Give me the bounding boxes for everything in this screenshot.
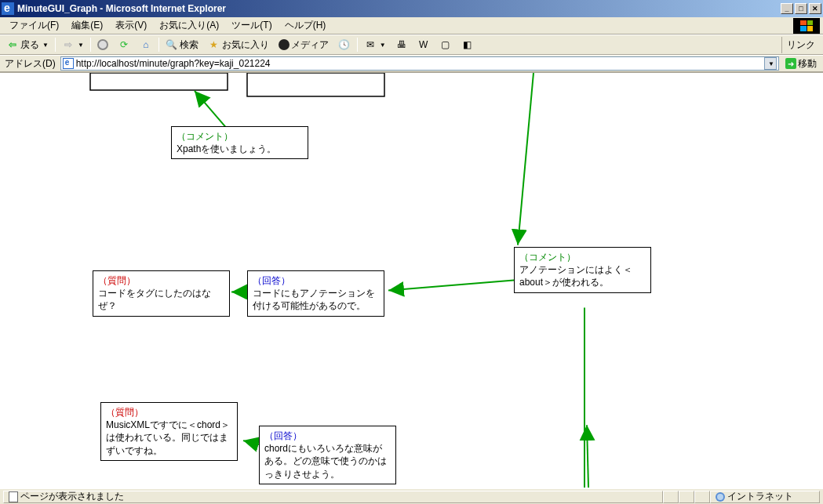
node-tag: （質問） [98, 274, 224, 287]
print-button[interactable]: 🖶 [392, 37, 411, 53]
status-message-panel: ページが表示されました [3, 491, 663, 503]
page-content: （コメント） Xpathを使いましょう。 （コメント） アノテーションにはよく＜… [0, 72, 823, 488]
status-bar: ページが表示されました イントラネット [0, 488, 823, 504]
forward-arrow-icon: ⇨ [62, 38, 75, 51]
messenger-icon: ◧ [461, 38, 474, 51]
svg-rect-1 [247, 73, 384, 96]
menu-file[interactable]: ファイル(F) [3, 17, 65, 34]
close-button[interactable]: ✕ [809, 3, 821, 14]
svg-line-7 [587, 425, 588, 488]
page-icon [63, 58, 74, 69]
mail-icon: ✉ [364, 38, 377, 51]
address-label: アドレス(D) [3, 57, 57, 71]
window-buttons: _ □ ✕ [781, 3, 821, 14]
node-tag: （回答） [253, 274, 379, 287]
home-icon: ⌂ [140, 38, 152, 51]
window-title: MinuteGUI_Graph - Microsoft Internet Exp… [17, 3, 781, 14]
status-blank-2 [679, 491, 694, 503]
messenger-button[interactable]: ◧ [458, 37, 477, 53]
status-message: ページが表示されました [20, 490, 124, 503]
status-blank-1 [663, 491, 679, 503]
node-text: コードをタグにしたのはなぜ？ [98, 287, 224, 312]
graph-node-question-musicxml[interactable]: （質問） MusicXMLですでに＜chord＞は使われている。同じではまずいで… [100, 402, 238, 461]
print-icon: 🖶 [395, 38, 408, 51]
mail-button[interactable]: ✉▼ [361, 37, 389, 53]
history-icon: 🕓 [338, 38, 351, 51]
media-button[interactable]: メディア [275, 37, 332, 53]
menu-tools[interactable]: ツール(T) [225, 17, 278, 34]
search-label: 検索 [180, 38, 198, 52]
go-button[interactable]: ➜ 移動 [782, 57, 820, 71]
toolbar: ⇦ 戻る ▼ ⇨ ▼ ⟳ ⌂ 🔍 検索 ★ お気に入り メディア 🕓 ✉▼ 🖶 … [0, 34, 823, 55]
search-button[interactable]: 🔍 検索 [162, 37, 202, 53]
refresh-button[interactable]: ⟳ [115, 37, 133, 53]
zone-icon [716, 492, 725, 502]
address-field-wrap: ▼ [60, 56, 779, 71]
node-tag: （コメント） [519, 251, 646, 263]
search-icon: 🔍 [166, 38, 178, 51]
history-button[interactable]: 🕓 [335, 37, 354, 53]
graph-node-answer-annotation[interactable]: （回答） コードにもアノテーションを付ける可能性があるので。 [247, 270, 384, 317]
forward-button[interactable]: ⇨ ▼ [59, 37, 87, 53]
windows-logo-icon [793, 18, 820, 34]
edit-icon: W [417, 38, 430, 51]
discuss-icon: ▢ [439, 38, 452, 51]
svg-rect-0 [90, 73, 228, 90]
graph-node-question-codetag[interactable]: （質問） コードをタグにしたのはなぜ？ [93, 270, 230, 317]
svg-line-8 [243, 441, 259, 444]
back-button[interactable]: ⇦ 戻る ▼ [3, 37, 52, 53]
ie-icon [2, 2, 14, 15]
links-panel[interactable]: リンク [781, 37, 820, 53]
home-button[interactable]: ⌂ [137, 37, 155, 53]
window-titlebar: MinuteGUI_Graph - Microsoft Internet Exp… [0, 0, 823, 17]
stop-icon [97, 39, 108, 50]
chevron-down-icon: ▼ [380, 42, 386, 49]
graph-node-answer-chord[interactable]: （回答） chordにもいろいろな意味がある。どの意味で使うのかはっきりさせよう… [259, 426, 396, 484]
graph-node-comment-about[interactable]: （コメント） アノテーションにはよく＜about＞が使われる。 [514, 247, 651, 293]
go-label: 移動 [798, 57, 817, 71]
status-zone-panel: イントラネット [710, 491, 820, 503]
menu-help[interactable]: ヘルプ(H) [279, 17, 333, 34]
media-icon [279, 39, 290, 50]
back-arrow-icon: ⇦ [6, 38, 19, 51]
media-label: メディア [291, 38, 329, 52]
stop-button[interactable] [94, 38, 111, 52]
graph-node-comment-xpath[interactable]: （コメント） Xpathを使いましょう。 [171, 126, 308, 159]
address-bar: アドレス(D) ▼ ➜ 移動 [0, 55, 823, 72]
back-label: 戻る [20, 38, 39, 52]
node-text: コードにもアノテーションを付ける可能性があるので。 [253, 287, 379, 312]
node-text: アノテーションにはよく＜about＞が使われる。 [519, 263, 646, 288]
svg-line-5 [388, 281, 514, 291]
menu-edit[interactable]: 編集(E) [65, 17, 109, 34]
document-icon [9, 491, 18, 502]
address-dropdown[interactable]: ▼ [764, 57, 777, 70]
node-tag: （質問） [106, 406, 232, 419]
chevron-down-icon: ▼ [768, 60, 774, 67]
node-tag: （コメント） [177, 130, 303, 143]
node-tag: （回答） [264, 430, 391, 442]
star-icon: ★ [208, 38, 220, 51]
edit-button[interactable]: W [414, 37, 433, 53]
chevron-down-icon: ▼ [78, 42, 84, 49]
node-text: chordにもいろいろな意味がある。どの意味で使うのかはっきりさせよう。 [264, 442, 391, 480]
menu-bar: ファイル(F) 編集(E) 表示(V) お気に入り(A) ツール(T) ヘルプ(… [0, 17, 823, 34]
favorites-button[interactable]: ★ お気に入り [205, 37, 272, 53]
go-arrow-icon: ➜ [785, 58, 796, 69]
address-input[interactable] [76, 58, 764, 69]
menu-view[interactable]: 表示(V) [109, 17, 153, 34]
status-blank-3 [694, 491, 710, 503]
chevron-down-icon: ▼ [42, 42, 49, 49]
status-zone: イントラネット [727, 490, 793, 503]
refresh-icon: ⟳ [118, 38, 130, 51]
discuss-button[interactable]: ▢ [436, 37, 455, 53]
maximize-button[interactable]: □ [795, 3, 807, 14]
menu-favorites[interactable]: お気に入り(A) [153, 17, 225, 34]
svg-line-2 [195, 91, 228, 129]
minimize-button[interactable]: _ [781, 3, 793, 14]
svg-line-3 [518, 73, 533, 245]
node-text: Xpathを使いましょう。 [177, 143, 303, 155]
favorites-label: お気に入り [222, 38, 269, 52]
node-text: MusicXMLですでに＜chord＞は使われている。同じではまずいですね。 [106, 419, 232, 457]
